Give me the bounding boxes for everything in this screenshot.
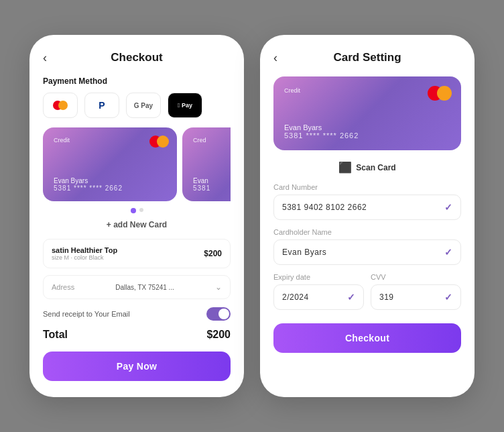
cvv-group: CVV 319 ✓: [371, 273, 461, 310]
checkout-screen: ‹ Checkout Payment Method P G Pay  Pay: [29, 35, 244, 397]
expiry-input[interactable]: 2/2024 ✓: [273, 284, 364, 310]
paypal-option[interactable]: P: [84, 93, 119, 118]
cardholder-input[interactable]: Evan Byars ✓: [273, 239, 461, 265]
scan-icon: ⬛: [338, 161, 352, 174]
expiry-group: Expiry date 2/2024 ✓: [273, 273, 364, 310]
card-secondary-number: 5381: [193, 184, 231, 192]
chevron-down-icon: ⌄: [215, 282, 222, 292]
card-setting-screen: ‹ Card Setting Credit Evan Byars 5381 **…: [260, 35, 475, 397]
applepay-label:  Pay: [178, 102, 192, 109]
address-row[interactable]: Adress Dallas, TX 75241 ... ⌄: [43, 275, 231, 299]
receipt-toggle[interactable]: [206, 307, 231, 321]
cvv-label: CVV: [371, 273, 461, 281]
card-number-group: Card Number 5381 9402 8102 2662 ✓: [273, 183, 461, 220]
order-item-row: satin Healthier Top size M · color Black…: [43, 239, 231, 268]
card-number-label: Card Number: [273, 183, 461, 191]
cvv-value: 319: [379, 292, 394, 302]
order-item-info: satin Healthier Top size M · color Black: [52, 246, 117, 261]
receipt-row: Send receipt to Your Email: [43, 307, 231, 321]
carousel-dots: [43, 208, 231, 213]
add-card-link[interactable]: + add New Card: [43, 220, 231, 229]
card-setting-title: Card Setting: [333, 51, 401, 64]
cardholder-label: Cardholder Name: [273, 228, 461, 236]
expiry-cvv-row: Expiry date 2/2024 ✓ CVV 319 ✓: [273, 273, 461, 310]
address-value: Dallas, TX 75241 ...: [115, 284, 174, 291]
checkout-header: ‹ Checkout: [43, 51, 231, 64]
cards-carousel: Credit Evan Byars 5381 **** **** 2662 Cr…: [43, 127, 231, 201]
dot-1: [131, 208, 136, 213]
mc-circle-orange: [157, 136, 169, 148]
scan-card-row[interactable]: ⬛ Scan Card: [273, 161, 461, 174]
dot-2: [139, 208, 143, 212]
cardholder-value: Evan Byars: [282, 248, 326, 257]
card-logo: [149, 136, 169, 148]
card-number-input[interactable]: 5381 9402 8102 2662 ✓: [273, 195, 461, 220]
card-secondary-type: Cred: [193, 137, 231, 144]
mastercard-option[interactable]: [43, 93, 78, 118]
cardholder-check-icon: ✓: [444, 247, 452, 258]
card-preview-logo: [428, 86, 452, 101]
card-preview-type: Credit: [284, 87, 300, 94]
payment-methods-row: P G Pay  Pay: [43, 93, 231, 118]
screens-container: ‹ Checkout Payment Method P G Pay  Pay: [9, 15, 495, 417]
expiry-check-icon: ✓: [347, 292, 355, 303]
total-amount: $200: [206, 329, 231, 341]
card-secondary[interactable]: Cred Evan 5381: [182, 127, 231, 201]
card-holder: Evan Byars: [54, 177, 166, 184]
cvv-input[interactable]: 319 ✓: [371, 284, 461, 310]
checkout-back-button[interactable]: ‹: [43, 51, 47, 65]
card-number-check-icon: ✓: [444, 202, 452, 213]
card-preview-number: 5381 **** **** 2662: [284, 131, 450, 140]
expiry-value: 2/2024: [282, 292, 309, 302]
order-item-name: satin Healthier Top: [52, 246, 117, 254]
applepay-option[interactable]:  Pay: [168, 93, 202, 118]
order-item-sub: size M · color Black: [52, 254, 117, 261]
cardholder-group: Cardholder Name Evan Byars ✓: [273, 228, 461, 265]
mc-large-orange: [437, 86, 452, 101]
total-row: Total $200: [43, 329, 231, 341]
gpay-label: G Pay: [134, 102, 153, 109]
expiry-label: Expiry date: [273, 273, 364, 281]
scan-card-label: Scan Card: [356, 163, 395, 172]
card-preview-large: Credit Evan Byars 5381 **** **** 2662: [273, 76, 461, 150]
checkout-title: Checkout: [111, 51, 162, 64]
card-setting-back-button[interactable]: ‹: [273, 51, 277, 65]
toggle-knob: [218, 309, 229, 319]
payment-method-label: Payment Method: [43, 76, 231, 86]
total-label: Total: [43, 329, 68, 341]
order-item-price: $200: [204, 249, 222, 258]
add-card-label: + add New Card: [107, 220, 167, 229]
card-preview-holder: Evan Byars: [284, 123, 450, 131]
pay-now-button[interactable]: Pay Now: [43, 352, 231, 381]
card-main[interactable]: Credit Evan Byars 5381 **** **** 2662: [43, 127, 177, 201]
cvv-check-icon: ✓: [444, 292, 452, 303]
receipt-label: Send receipt to Your Email: [43, 310, 130, 318]
card-setting-header: ‹ Card Setting: [273, 51, 461, 64]
gpay-option[interactable]: G Pay: [126, 93, 161, 118]
card-number-value: 5381 9402 8102 2662: [282, 203, 367, 212]
card-number: 5381 **** **** 2662: [54, 184, 166, 192]
card-type: Credit: [54, 137, 70, 144]
card-secondary-holder: Evan: [193, 177, 231, 184]
checkout-button[interactable]: Checkout: [273, 323, 461, 353]
address-label: Adress: [52, 283, 74, 291]
